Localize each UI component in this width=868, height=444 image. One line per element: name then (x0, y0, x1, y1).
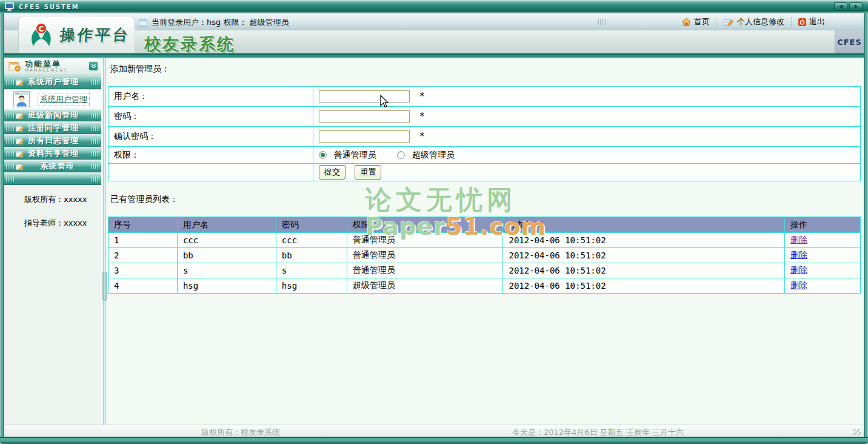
cell-no: 2 (109, 248, 178, 263)
arrow-left-icon (839, 4, 843, 9)
sidebar-item-label: 所有日志管理 (28, 135, 79, 146)
table-header-row: 序号 用户名 密码 权限 添加时间 操作 (109, 217, 861, 233)
sidebar-subitem-system-user-mgmt[interactable]: 系统用户管理 (38, 93, 90, 106)
add-admin-form: 用户名： * 密码： * 确认密码： * (108, 86, 861, 181)
pencil-note-icon (16, 150, 25, 158)
grip-texture (6, 113, 14, 118)
nav-profile-edit-link[interactable]: 个人信息修改 (721, 16, 787, 27)
sidebar-item-system-user-mgmt[interactable]: 系统用户管理 (4, 75, 101, 89)
sidebar-splitter (101, 58, 108, 425)
delete-link[interactable]: 删除 (790, 235, 807, 244)
splitter-handle[interactable] (102, 272, 107, 301)
main-content: 添加新管理员： 用户名： * 密码： * 确认密码： (108, 58, 864, 425)
platform-title: 操作平台 (59, 25, 131, 45)
sidebar-item-resource-share-mgmt[interactable]: 资料共享管理 (4, 147, 101, 160)
sidebar-item-empty (4, 173, 101, 185)
permission-label: 权限： (109, 147, 313, 164)
sidebar-subtitle: MANAGEMENT (25, 69, 68, 73)
admin-list-title: 已有管理员列表： (110, 194, 178, 205)
cell-role: 普通管理员 (347, 263, 503, 278)
sidebar-footer-info: 版权所有：xxxxx 指导老师：xxxxx (4, 186, 101, 229)
footer-bar: 版权所有：校友录系统 今天是：2012年4月6日 星期五 壬辰年 三月十六 (4, 425, 864, 437)
nav-home-label: 首页 (694, 16, 710, 27)
application-window: CFES SUSTEM 当前登录用户：hsg 权限： 超级管理员 (0, 0, 868, 444)
edit-icon (724, 18, 734, 26)
title-bar: CFES SUSTEM (0, 0, 868, 13)
sidebar-title: 功能菜单 (25, 60, 68, 68)
svg-text:C: C (39, 24, 44, 33)
login-info: 当前登录用户：hsg 权限： 超级管理员 (139, 17, 289, 28)
window-icon (139, 19, 147, 27)
grip-texture (6, 79, 14, 85)
window-back-button[interactable] (834, 2, 847, 11)
radio-normal-admin[interactable] (319, 151, 327, 159)
platform-tab: C 操作平台 (18, 16, 135, 53)
reset-button[interactable]: 重置 (355, 165, 381, 180)
radio-normal-admin-label[interactable]: 普通管理员 (333, 150, 376, 160)
form-title: 添加新管理员： (110, 64, 170, 75)
menu-collapse-button[interactable] (88, 61, 98, 71)
radio-super-admin[interactable] (397, 151, 405, 159)
cell-password: ccc (276, 233, 347, 248)
nav-logout-link[interactable]: 退出 (796, 16, 827, 27)
col-header-no: 序号 (109, 217, 178, 233)
delete-link[interactable]: 删除 (790, 265, 807, 275)
nav-profile-edit-label: 个人信息修改 (737, 16, 784, 27)
resize-grip[interactable] (853, 429, 861, 435)
required-star: * (419, 111, 424, 122)
sidebar-item-all-logs-mgmt[interactable]: 所有日志管理 (4, 135, 101, 147)
window-frame-left (0, 13, 4, 437)
pencil-note-icon (16, 78, 25, 86)
password-input[interactable] (319, 110, 410, 123)
grip-texture (6, 126, 14, 131)
pencil-note-icon (16, 112, 25, 119)
pencil-note-icon (16, 163, 25, 170)
table-row: 3 s s 普通管理员 2012-04-06 10:51:02 删除 (109, 263, 861, 278)
cell-username: bb (177, 248, 276, 263)
cell-no: 3 (109, 263, 178, 278)
window-frame-bottom (0, 437, 868, 444)
window-forward-button[interactable] (849, 2, 863, 11)
sidebar-menu: 系统用户管理 系统用户管理 班级新闻管理 (4, 75, 101, 185)
sidebar: 功能菜单 MANAGEMENT 系统用户管理 (4, 58, 101, 425)
system-title: 校友录系统 (144, 33, 235, 55)
permission-cell: 普通管理员 超级管理员 (313, 147, 861, 164)
sidebar-item-system-mgmt[interactable]: 系统管理 (4, 160, 101, 172)
cell-password: s (276, 263, 347, 278)
nav-separator (791, 18, 792, 26)
password-cell: * (313, 107, 861, 127)
nav-logout-label: 退出 (809, 16, 825, 27)
delete-link[interactable]: 删除 (790, 250, 807, 260)
cell-username: s (177, 263, 276, 278)
sidebar-item-label: 注册同学管理 (28, 123, 79, 133)
col-header-action: 操作 (785, 217, 861, 233)
sidebar-submenu: 系统用户管理 (4, 90, 101, 109)
submit-button[interactable]: 提交 (319, 165, 346, 180)
confirm-password-label: 确认密码： (109, 127, 313, 147)
username-input[interactable] (319, 90, 410, 103)
admin-list-table: 序号 用户名 密码 权限 添加时间 操作 1 ccc ccc 普通管理员 201… (108, 217, 861, 294)
sidebar-item-class-news-mgmt[interactable]: 班级新闻管理 (4, 109, 101, 121)
sidebar-item-register-student-mgmt[interactable]: 注册同学管理 (4, 122, 101, 134)
radio-super-admin-label[interactable]: 超级管理员 (412, 150, 455, 160)
toolbar-grip[interactable] (598, 19, 607, 25)
nav-separator (716, 18, 717, 26)
logo-emblem-icon: C (27, 21, 55, 49)
nav-home-link[interactable]: 首页 (679, 16, 712, 27)
login-info-text: 当前登录用户：hsg 权限： 超级管理员 (152, 17, 289, 28)
pencil-note-icon (16, 124, 25, 132)
sidebar-item-label: 系统用户管理 (28, 76, 79, 87)
grip-texture (92, 113, 99, 118)
cell-action: 删除 (785, 278, 861, 294)
password-label: 密码： (109, 107, 313, 127)
sidebar-advisor: 指导老师：xxxxx (24, 218, 101, 229)
required-star: * (419, 91, 424, 102)
cell-no: 4 (109, 278, 178, 294)
cell-time: 2012-04-06 10:51:02 (503, 233, 785, 248)
grip-texture (6, 177, 14, 182)
sidebar-item-label: 资料共享管理 (28, 148, 79, 159)
delete-link[interactable]: 删除 (790, 280, 807, 290)
menu-icon (8, 61, 21, 72)
cell-role: 普通管理员 (347, 248, 503, 263)
confirm-password-input[interactable] (319, 130, 410, 143)
